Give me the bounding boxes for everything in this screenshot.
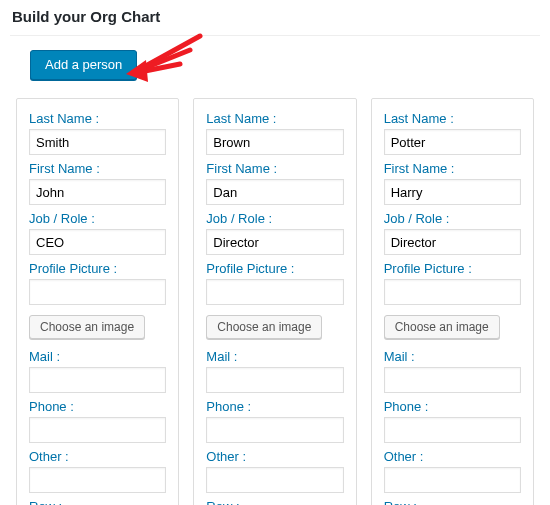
- person-card: Last Name : First Name : Job / Role : Pr…: [193, 98, 356, 505]
- mail-label: Mail :: [384, 349, 521, 364]
- phone-input[interactable]: [384, 417, 521, 443]
- person-card: Last Name : First Name : Job / Role : Pr…: [371, 98, 534, 505]
- job-input[interactable]: [206, 229, 343, 255]
- picture-label: Profile Picture :: [206, 261, 343, 276]
- last-name-label: Last Name :: [206, 111, 343, 126]
- choose-image-button[interactable]: Choose an image: [29, 315, 145, 339]
- other-input[interactable]: [29, 467, 166, 493]
- last-name-input[interactable]: [384, 129, 521, 155]
- svg-line-1: [140, 50, 190, 70]
- last-name-label: Last Name :: [29, 111, 166, 126]
- picture-label: Profile Picture :: [29, 261, 166, 276]
- mail-label: Mail :: [29, 349, 166, 364]
- phone-label: Phone :: [29, 399, 166, 414]
- row-label: Row :: [206, 499, 343, 505]
- person-card: Last Name : First Name : Job / Role : Pr…: [16, 98, 179, 505]
- svg-line-0: [142, 36, 200, 68]
- picture-label: Profile Picture :: [384, 261, 521, 276]
- picture-input[interactable]: [384, 279, 521, 305]
- job-label: Job / Role :: [29, 211, 166, 226]
- other-input[interactable]: [384, 467, 521, 493]
- first-name-label: First Name :: [206, 161, 343, 176]
- first-name-input[interactable]: [29, 179, 166, 205]
- last-name-input[interactable]: [206, 129, 343, 155]
- toolbar: Add a person: [10, 50, 540, 80]
- divider: [10, 35, 540, 36]
- person-cards: Last Name : First Name : Job / Role : Pr…: [10, 98, 540, 505]
- mail-input[interactable]: [29, 367, 166, 393]
- first-name-label: First Name :: [384, 161, 521, 176]
- add-person-button[interactable]: Add a person: [30, 50, 137, 80]
- choose-image-button[interactable]: Choose an image: [206, 315, 322, 339]
- picture-input[interactable]: [29, 279, 166, 305]
- phone-input[interactable]: [29, 417, 166, 443]
- mail-label: Mail :: [206, 349, 343, 364]
- first-name-input[interactable]: [206, 179, 343, 205]
- last-name-label: Last Name :: [384, 111, 521, 126]
- job-label: Job / Role :: [206, 211, 343, 226]
- mail-input[interactable]: [206, 367, 343, 393]
- first-name-label: First Name :: [29, 161, 166, 176]
- job-label: Job / Role :: [384, 211, 521, 226]
- last-name-input[interactable]: [29, 129, 166, 155]
- phone-input[interactable]: [206, 417, 343, 443]
- phone-label: Phone :: [206, 399, 343, 414]
- picture-input[interactable]: [206, 279, 343, 305]
- page-title: Build your Org Chart: [10, 4, 540, 35]
- job-input[interactable]: [384, 229, 521, 255]
- choose-image-button[interactable]: Choose an image: [384, 315, 500, 339]
- first-name-input[interactable]: [384, 179, 521, 205]
- other-label: Other :: [206, 449, 343, 464]
- mail-input[interactable]: [384, 367, 521, 393]
- other-label: Other :: [29, 449, 166, 464]
- row-label: Row :: [384, 499, 521, 505]
- phone-label: Phone :: [384, 399, 521, 414]
- other-label: Other :: [384, 449, 521, 464]
- other-input[interactable]: [206, 467, 343, 493]
- svg-line-2: [140, 64, 180, 72]
- job-input[interactable]: [29, 229, 166, 255]
- row-label: Row :: [29, 499, 166, 505]
